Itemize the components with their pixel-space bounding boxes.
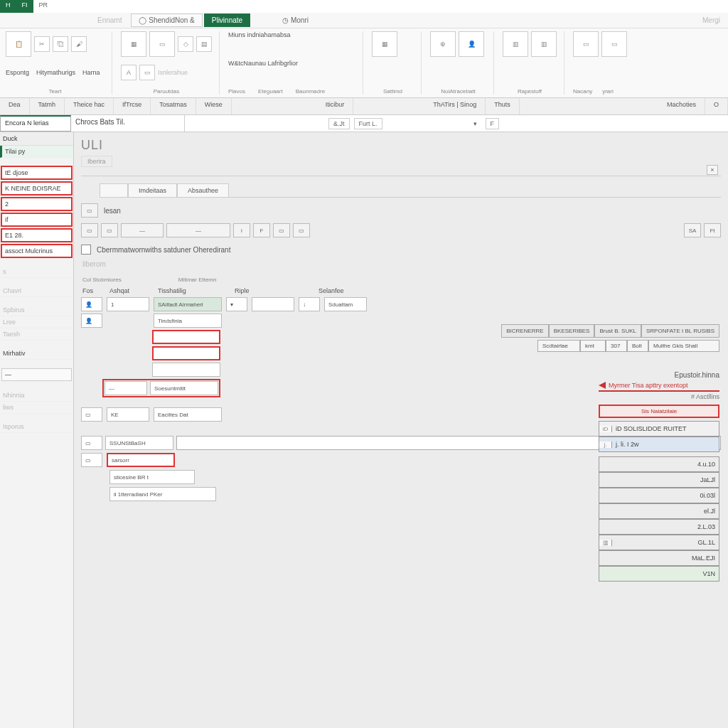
chart1-button[interactable]: ▤ [196,36,212,52]
inner-tab-1[interactable]: Imdeitaas [128,183,177,197]
callout-r0b[interactable]: j.j. li. I 2w [599,437,719,452]
side-item-8[interactable]: Spbirus [0,304,73,316]
menu-tab-4[interactable]: ◷ Monri [274,14,316,27]
grid-button[interactable]: ▦ [372,31,397,57]
sec-tab-10[interactable]: Machoties [658,98,705,114]
person-button[interactable]: 👤 [459,31,484,57]
side-item-4b[interactable]: if [1,213,73,227]
r1-c3[interactable] [252,297,294,311]
hdr-1[interactable]: BICRENERRE [501,324,548,338]
ribbon-link-3[interactable]: Harna [82,69,100,76]
tb-7[interactable]: ▭ [273,223,290,237]
sec-tab-5[interactable]: Tosatmas [151,98,196,114]
hdr-3[interactable]: Brust B. SUKL [594,324,641,338]
callout-v3[interactable]: 0i.03l [599,488,719,503]
side-item-boxed[interactable]: — [1,368,72,381]
titlebar-tab-3[interactable]: PR [33,0,54,13]
hdr-2[interactable]: BKESERIBES [549,324,595,338]
r4-redbox-2[interactable] [152,346,220,360]
ribbon-link-1[interactable]: Espontg [6,69,29,76]
menu-tab-1[interactable]: Ennamt [90,14,129,27]
globe-button[interactable]: ⊕ [430,31,456,57]
fx-pill-4[interactable]: F [486,118,500,129]
side-item-2[interactable]: tE djose [1,166,73,180]
format-painter-button[interactable]: 🖌 [71,36,87,52]
menu-tab-merge[interactable]: Mergi [695,14,728,27]
r3-redbox-1[interactable] [152,330,220,344]
table-button[interactable]: ▦ [121,31,146,57]
sec-tab-3[interactable]: Theice hac [65,98,114,114]
tb-end-2[interactable]: Ft [704,223,721,237]
fx-pill-1[interactable]: &.Jt [328,118,350,129]
callout-v2[interactable]: JaLJl [599,472,719,488]
side-item-8b[interactable]: Lree [0,316,73,328]
side-item-10[interactable]: Mirhativ [0,348,73,360]
inner-tab-blank[interactable] [100,183,128,197]
tb-3[interactable]: — [121,223,164,237]
side-item-8a[interactable]: Chavri [0,285,73,297]
callout-v1[interactable]: 4.u.10 [599,456,719,472]
r4b-cell[interactable] [152,363,220,377]
copy-button[interactable]: ⿻ [53,36,68,52]
image-button[interactable]: ▭ [149,31,175,57]
b1-label[interactable]: sarsorr [107,453,175,467]
callout-v7[interactable]: MaL.EJI [599,550,719,566]
callout-v4[interactable]: el.Jl [599,503,719,519]
sec-tab-6[interactable]: Wiese [196,98,232,114]
r1-btn1[interactable]: ▾ [226,297,247,311]
name-box[interactable]: Encora N lerias [0,115,71,132]
titlebar-tab-1[interactable]: H [0,0,16,13]
r2-c2[interactable]: Tindsfinia [154,314,222,328]
hdr-4[interactable]: SRPONFATE I BL RUSIBS [641,324,719,338]
sec-tab-7[interactable]: Iticibur [317,98,354,114]
sec-tab-4[interactable]: IfTrcse [114,98,151,114]
ribbon-link-2[interactable]: Hitymathurigs [36,69,75,76]
callout-r0[interactable]: iDiD SOLISLIDOE RUITET [599,421,719,437]
tb-4[interactable]: — [166,223,230,237]
paste-button[interactable]: 📋 [6,31,31,57]
tb-5[interactable]: i [233,223,250,237]
menu-tab-2[interactable]: ◯ ShendidNon & [131,14,202,27]
btn-b[interactable]: ▭ [139,65,155,80]
last-button-1[interactable]: ▭ [573,31,599,57]
callout-v6[interactable]: ▥GL.1L [599,535,719,550]
callout-v8[interactable]: V1N [599,566,719,582]
sec-tab-8[interactable]: ThATirs | Sinog [424,98,486,114]
sec-tab-1[interactable]: Dea [0,98,30,114]
side-item-3[interactable]: K NEINE BOISRAE [1,181,73,196]
side-item-1[interactable]: Tilai py [0,146,73,158]
r2-icon[interactable]: 👤 [81,314,102,328]
sec-tab-9[interactable]: Thuts [486,98,520,114]
b3-label[interactable]: il 1tterradiand PKer [109,487,216,501]
b2-label[interactable]: sticesine BR t [109,470,195,484]
r5-c1[interactable]: — [105,381,147,395]
side-item-6[interactable]: assoct Mulcrinus [1,244,73,258]
side-item-12[interactable]: Isporus [0,421,73,433]
menu-tab-active[interactable]: Plivinnate [204,14,250,27]
cut-button[interactable]: ✂ [34,36,50,52]
hdr2-4[interactable]: Bolt [627,340,648,352]
tb-8[interactable]: ▭ [293,223,310,237]
sec-tab-2[interactable]: Tatmh [30,98,65,114]
hdr2-1[interactable]: Scdtairtae [537,340,580,352]
mn-button-2[interactable]: ▥ [531,31,557,57]
r6-c2[interactable]: Eaciltes Dat [154,407,222,422]
r1-btn3[interactable]: Sduattam [324,297,367,311]
tb-end-1[interactable]: SA [684,223,701,237]
tb-2[interactable]: ▭ [101,223,118,237]
shape-button[interactable]: ◇ [178,36,193,52]
tb-1[interactable]: ▭ [81,223,98,237]
tb-6[interactable]: F [253,223,270,237]
r1-icon[interactable]: 👤 [81,297,102,311]
r6-icon[interactable]: ▭ [81,407,102,422]
r1-btn2[interactable]: ↓ [299,297,320,311]
b1-icon[interactable]: ▭ [81,453,102,467]
btn-a[interactable]: A [121,65,136,80]
mn-button-1[interactable]: ▥ [503,31,528,57]
inner-tab-2[interactable]: Absauthee [177,183,229,197]
fx-pill-2[interactable]: Furt L. [354,118,382,129]
sec-tab-o[interactable]: O [705,98,728,114]
long-icon[interactable]: ▭ [81,436,102,450]
rib-link-3b[interactable]: Miuns indniahamabsa [228,31,355,38]
hdr2-3[interactable]: 307 [606,340,627,352]
